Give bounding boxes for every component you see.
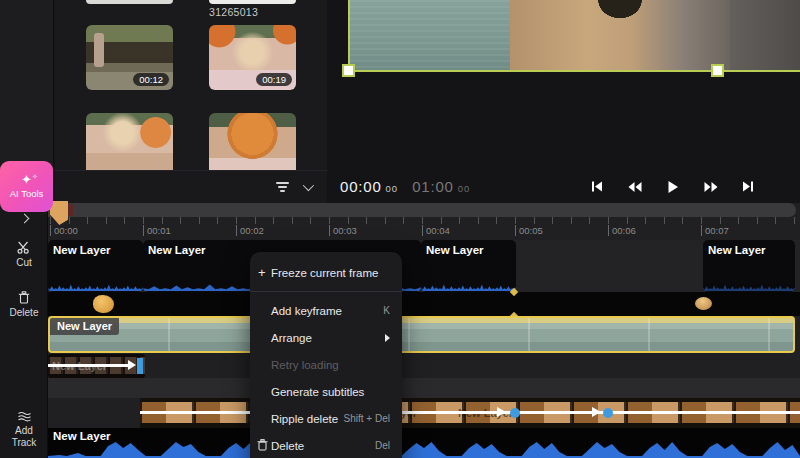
arrow-right-icon [128,360,136,370]
video-segment-person [510,0,730,71]
arrow-right-icon [592,407,601,417]
scissors-icon [17,241,31,254]
delete-label: Delete [10,307,39,318]
menu-item-add-keyframe[interactable]: Add keyframe K [250,297,402,324]
arrow-right-icon [497,407,506,417]
ai-tools-button[interactable]: ✦ AI Tools [0,161,53,212]
duration-badge: 00:12 [133,73,169,86]
empty-track-band [48,378,800,398]
media-item-id: 31265013 [209,6,258,18]
ruler-label: 00:07 [701,225,729,236]
chevron-right-icon [19,214,29,224]
filter-icon[interactable] [276,182,289,192]
ruler-label: 00:04 [422,225,450,236]
media-panel-toolbar [55,170,327,203]
ruler-label: 00:02 [236,225,264,236]
media-thumbnail-park[interactable]: 00:12 [86,25,173,90]
timeline-ruler[interactable]: 00:00 00:01 00:02 00:03 00:04 00:05 00:0… [48,217,800,240]
media-thumbnail-partial[interactable] [209,0,296,4]
menu-item-freeze-frame[interactable]: + Freeze current frame [250,260,402,286]
add-track-label: Add Track [7,425,41,449]
menu-item-label: Generate subtitles [271,386,390,398]
menu-item-arrange[interactable]: Arrange [250,324,402,351]
menu-item-delete[interactable]: Delete Del [250,432,402,458]
media-library-panel: 31265013 00:12 00:19 [55,0,327,203]
menu-item-ripple-delete[interactable]: Ripple delete Shift + Del [250,405,402,432]
clip-label: New Layer [426,244,484,256]
menu-item-label: Ripple delete [271,413,344,425]
media-thumbnail-fan-face[interactable] [209,113,296,178]
menu-shortcut: K [383,305,390,316]
menu-item-label: Add keyframe [271,305,383,317]
media-thumbnail-partial[interactable] [86,0,173,4]
pancake-sticker[interactable] [695,297,712,310]
menu-item-label: Arrange [271,332,385,344]
timeline-clip[interactable]: New Layer [421,240,516,292]
timeline-clip[interactable]: New Layer [48,240,143,292]
plus-icon: + [258,266,266,279]
submenu-arrow-icon [385,334,390,342]
track-audio-clip[interactable]: New Layer [48,428,800,458]
ruler-label: 00:00 [50,225,78,236]
menu-divider [250,291,402,292]
transport-bar: 00:00 00 01:00 00 [327,170,800,203]
menu-shortcut: Del [375,440,390,451]
current-time: 00:00 [340,178,382,195]
chevron-down-icon[interactable] [303,180,314,191]
ruler-label: 00:03 [329,225,357,236]
layers-icon [17,411,32,422]
blue-keyframe-dot[interactable] [603,408,613,418]
menu-item-generate-subtitles[interactable]: Generate subtitles [250,378,402,405]
context-menu: + Freeze current frame Add keyframe K Ar… [250,252,402,458]
fast-forward-button[interactable] [703,179,718,194]
audio-waveform [48,440,800,458]
timecode-display: 00:00 00 01:00 00 [340,178,470,195]
menu-item-retry-loading: Retry loading [250,351,402,378]
selection-handle-bottom-mid[interactable] [711,64,724,77]
blue-keyframe-dot[interactable] [510,408,520,418]
sparkle-icon: ✦ [21,174,32,186]
selected-video-clip[interactable]: New Layer [48,316,795,353]
media-thumbnail-fan-hold[interactable] [86,113,173,178]
play-button[interactable] [665,179,680,194]
media-thumbnail-portrait[interactable]: 00:19 [209,25,296,90]
menu-item-label: Retry loading [271,359,390,371]
selection-handle-bottom-left[interactable] [342,64,355,77]
ruler-label: 00:01 [143,225,171,236]
track-stickers [48,292,800,316]
rewind-button[interactable] [627,179,642,194]
trash-icon [18,291,30,304]
timeline-clip[interactable]: New Layer [703,240,795,292]
preview-panel: 00:00 00 01:00 00 [327,0,800,203]
timeline-tracks-area: 00:00 00:01 00:02 00:03 00:04 00:05 00:0… [48,203,800,458]
ruler-label: 00:06 [608,225,636,236]
track-video-audio: New Layer New Layer New Layer New Layer [48,240,800,292]
current-frames: 00 [386,183,399,194]
filmstrip-clip-short[interactable]: New Layer [48,354,145,378]
clip-label: New Layer [53,244,111,256]
timeline-scrollbar[interactable] [48,203,796,217]
preview-video-frame[interactable] [348,0,800,71]
delete-button[interactable]: Delete [0,291,48,318]
playback-controls [589,179,756,194]
filmstrip-clip-long[interactable]: New Layer New Layer [140,398,800,428]
menu-shortcut: Shift + Del [344,413,390,424]
skip-start-button[interactable] [589,179,604,194]
cut-button[interactable]: Cut [0,241,48,268]
selection-border-bottom [348,70,800,72]
ruler-label: 00:05 [515,225,543,236]
total-time: 01:00 [412,178,454,195]
clip-label: New Layer [708,244,766,256]
video-segment-water [348,0,510,71]
cut-label: Cut [16,257,32,268]
blue-marker[interactable] [137,358,143,374]
keyframe-line [140,411,800,414]
add-track-button[interactable]: Add Track [0,411,48,449]
keyframe-line [48,364,128,367]
collapse-panel-button[interactable] [0,215,48,222]
hand-sticker[interactable] [93,295,114,313]
clip-label-badge: New Layer [50,318,119,335]
skip-end-button[interactable] [741,179,756,194]
menu-item-label: Delete [271,440,375,452]
duration-badge: 00:19 [256,73,292,86]
